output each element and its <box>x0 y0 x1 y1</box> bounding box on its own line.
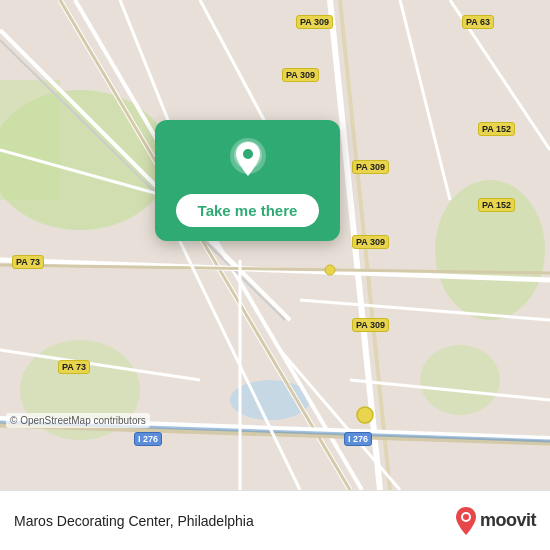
route-badge-pa152-2: PA 152 <box>478 198 515 212</box>
svg-point-34 <box>243 149 253 159</box>
svg-rect-2 <box>0 80 60 200</box>
footer-bar: Maros Decorating Center, Philadelphia mo… <box>0 490 550 550</box>
moovit-brand-text: moovit <box>480 510 536 531</box>
moovit-pin-icon <box>454 507 478 535</box>
route-badge-pa309-5: PA 309 <box>352 318 389 332</box>
route-badge-pa309-1: PA 309 <box>296 15 333 29</box>
svg-point-5 <box>420 345 500 415</box>
route-badge-pa63: PA 63 <box>462 15 494 29</box>
moovit-logo: moovit <box>454 507 536 535</box>
svg-point-30 <box>357 407 373 423</box>
route-badge-i276-1: I 276 <box>344 432 372 446</box>
location-name: Maros Decorating Center <box>14 513 170 529</box>
location-city: Philadelphia <box>177 513 253 529</box>
take-me-there-button[interactable]: Take me there <box>176 194 320 227</box>
svg-point-31 <box>325 265 335 275</box>
route-badge-pa152-1: PA 152 <box>478 122 515 136</box>
copyright-text: © OpenStreetMap contributors <box>6 413 150 428</box>
route-badge-pa73-2: PA 73 <box>58 360 90 374</box>
route-badge-i276-2: I 276 <box>134 432 162 446</box>
footer-location: Maros Decorating Center, Philadelphia <box>14 513 254 529</box>
route-badge-pa309-3: PA 309 <box>352 160 389 174</box>
map-container: PA 309 PA 63 PA 309 PA 309 PA 152 PA 152… <box>0 0 550 490</box>
route-badge-pa73-1: PA 73 <box>12 255 44 269</box>
route-badge-pa309-4: PA 309 <box>352 235 389 249</box>
route-badge-pa309-2: PA 309 <box>282 68 319 82</box>
svg-point-36 <box>463 514 469 520</box>
location-card: Take me there <box>155 120 340 241</box>
map-pin-icon <box>226 138 270 182</box>
